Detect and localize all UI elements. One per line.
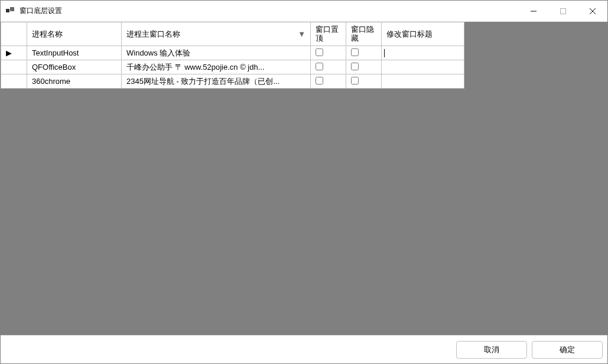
cancel-button[interactable]: 取消 xyxy=(456,341,527,359)
column-edit-title[interactable]: 修改窗口标题 xyxy=(382,22,464,46)
window-controls xyxy=(519,1,607,21)
topmost-checkbox[interactable] xyxy=(316,63,323,70)
cell-edit-title[interactable] xyxy=(382,60,464,74)
svg-rect-1 xyxy=(10,7,14,11)
titlebar: 窗口底层设置 xyxy=(1,1,607,22)
column-topmost-label-2: 顶 xyxy=(316,34,323,43)
cell-edit-title[interactable] xyxy=(382,74,464,89)
data-grid[interactable]: 进程名称 进程主窗口名称 ▼ 窗口置 顶 窗口隐 藏 修改窗口标题 xyxy=(1,22,464,89)
row-header-column[interactable] xyxy=(1,22,27,46)
content-area: 进程名称 进程主窗口名称 ▼ 窗口置 顶 窗口隐 藏 修改窗口标题 xyxy=(1,22,607,335)
footer: 取消 确定 xyxy=(1,335,607,363)
cell-topmost[interactable] xyxy=(311,60,346,74)
cell-edit-title[interactable] xyxy=(382,46,464,60)
topmost-checkbox[interactable] xyxy=(316,48,323,56)
svg-rect-0 xyxy=(6,9,9,12)
maximize-icon xyxy=(560,8,566,14)
ok-button-label: 确定 xyxy=(560,344,575,355)
table-row[interactable]: 360chrome 2345网址导航 - 致力于打造百年品牌（已创... xyxy=(1,74,464,89)
column-hide[interactable]: 窗口隐 藏 xyxy=(346,22,382,46)
column-topmost-label-1: 窗口置 xyxy=(316,25,339,34)
maximize-button[interactable] xyxy=(548,1,578,21)
column-topmost[interactable]: 窗口置 顶 xyxy=(311,22,346,46)
cell-main-window[interactable]: 2345网址导航 - 致力于打造百年品牌（已创... xyxy=(122,74,311,89)
cell-topmost[interactable] xyxy=(311,74,346,89)
hide-checkbox[interactable] xyxy=(351,63,359,70)
header-row: 进程名称 进程主窗口名称 ▼ 窗口置 顶 窗口隐 藏 修改窗口标题 xyxy=(1,22,464,46)
svg-rect-3 xyxy=(561,8,566,14)
cancel-button-label: 取消 xyxy=(484,344,499,355)
column-hide-label-2: 藏 xyxy=(351,34,359,43)
table-row[interactable]: ▶ TextInputHost Windows 输入体验 xyxy=(1,46,464,60)
minimize-icon xyxy=(531,8,537,14)
cell-main-window[interactable]: 千峰办公助手 〒 www.52pojie.cn © jdh... xyxy=(122,60,311,74)
cell-process[interactable]: TextInputHost xyxy=(27,46,122,60)
column-main-window[interactable]: 进程主窗口名称 ▼ xyxy=(122,22,311,46)
cell-main-window[interactable]: Windows 输入体验 xyxy=(122,46,311,60)
row-marker[interactable]: ▶ xyxy=(1,46,27,60)
row-marker[interactable] xyxy=(1,74,27,89)
column-hide-label-1: 窗口隐 xyxy=(351,25,374,34)
sort-down-icon: ▼ xyxy=(298,30,305,38)
edit-title-input[interactable] xyxy=(382,46,464,60)
hide-checkbox[interactable] xyxy=(351,48,359,56)
hide-checkbox[interactable] xyxy=(351,77,359,84)
column-process-label: 进程名称 xyxy=(32,30,63,38)
cell-hide[interactable] xyxy=(346,74,382,89)
cell-hide[interactable] xyxy=(346,60,382,74)
app-icon xyxy=(5,6,15,16)
column-edit-title-label: 修改窗口标题 xyxy=(386,30,433,38)
close-button[interactable] xyxy=(578,1,607,21)
cell-hide[interactable] xyxy=(346,46,382,60)
table-row[interactable]: QFOfficeBox 千峰办公助手 〒 www.52pojie.cn © jd… xyxy=(1,60,464,74)
cell-process[interactable]: QFOfficeBox xyxy=(27,60,122,74)
column-main-window-label: 进程主窗口名称 xyxy=(126,29,180,40)
minimize-button[interactable] xyxy=(519,1,548,21)
topmost-checkbox[interactable] xyxy=(316,77,323,84)
close-icon xyxy=(590,8,596,14)
cell-process[interactable]: 360chrome xyxy=(27,74,122,89)
ok-button[interactable]: 确定 xyxy=(532,341,603,359)
column-process-name[interactable]: 进程名称 xyxy=(27,22,122,46)
cell-topmost[interactable] xyxy=(311,46,346,60)
window-title: 窗口底层设置 xyxy=(19,6,519,16)
text-caret xyxy=(384,49,385,57)
row-marker[interactable] xyxy=(1,60,27,74)
